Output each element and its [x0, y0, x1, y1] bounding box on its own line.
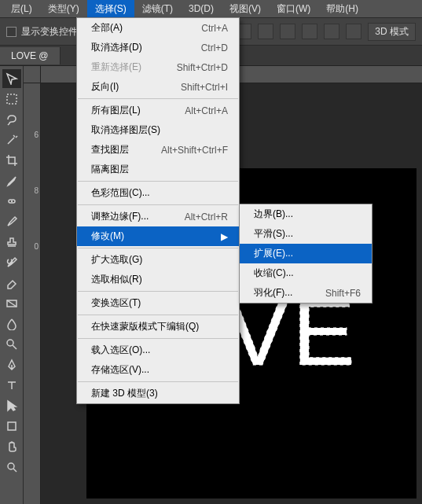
submenu-item-label: 平滑(S)...	[254, 227, 361, 241]
show-transform-controls-checkbox[interactable]: 显示变换控件	[6, 25, 78, 39]
history-brush-tool-icon[interactable]	[2, 253, 21, 272]
menu-item-label: 变换选区(T)	[91, 296, 228, 310]
dodge-tool-icon[interactable]	[2, 335, 21, 354]
menu-select[interactable]: 选择(S)	[87, 0, 134, 18]
align-icon-6[interactable]	[324, 24, 339, 39]
menu-separator	[78, 291, 238, 292]
submenu-item[interactable]: 收缩(C)...	[240, 263, 372, 283]
menu-item-label: 查找图层	[91, 143, 145, 156]
submenu-item-label: 边界(B)...	[254, 208, 361, 221]
submenu-item[interactable]: 羽化(F)...Shift+F6	[240, 283, 372, 303]
menu-item[interactable]: 隔离图层	[77, 160, 239, 179]
align-icon-3[interactable]	[258, 24, 273, 39]
menu-item[interactable]: 取消选择图层(S)	[77, 120, 239, 140]
menu-item[interactable]: 新建 3D 模型(3)	[77, 384, 239, 403]
menu-item-label: 扩大选取(G)	[91, 253, 228, 267]
menu-separator	[78, 381, 238, 382]
submenu-item-label: 羽化(F)...	[254, 286, 310, 300]
ruler-tick: 0	[32, 242, 40, 251]
hand-tool-icon[interactable]	[2, 437, 21, 456]
zoom-tool-icon[interactable]	[2, 458, 21, 476]
healing-tool-icon[interactable]	[2, 192, 21, 211]
menu-item[interactable]: 选取相似(R)	[77, 270, 239, 289]
menu-item: 重新选择(E)Shift+Ctrl+D	[77, 57, 239, 77]
eraser-tool-icon[interactable]	[2, 274, 21, 292]
menu-layer[interactable]: 层(L)	[3, 0, 40, 18]
submenu-item[interactable]: 边界(B)...	[240, 204, 372, 224]
menu-item-label: 隔离图层	[91, 163, 228, 176]
checkbox-label: 显示变换控件	[21, 25, 78, 39]
menu-item[interactable]: 扩大选取(G)	[77, 250, 239, 270]
submenu-arrow-icon: ▶	[221, 231, 228, 242]
lasso-tool-icon[interactable]	[2, 110, 21, 129]
menu-item[interactable]: 所有图层(L)Alt+Ctrl+A	[77, 101, 239, 120]
menu-item[interactable]: 色彩范围(C)...	[77, 183, 239, 203]
stamp-tool-icon[interactable]	[2, 233, 21, 252]
mode-3d-button[interactable]: 3D 模式	[368, 23, 416, 41]
select-menu: 全部(A)Ctrl+A取消选择(D)Ctrl+D重新选择(E)Shift+Ctr…	[76, 17, 240, 404]
menubar: 层(L) 类型(Y) 选择(S) 滤镜(T) 3D(D) 视图(V) 窗口(W)…	[0, 0, 422, 17]
menu-separator	[78, 98, 238, 99]
menu-separator	[78, 181, 238, 182]
modify-submenu: 边界(B)...平滑(S)...扩展(E)...收缩(C)...羽化(F)...…	[239, 204, 372, 304]
menu-help[interactable]: 帮助(H)	[318, 0, 366, 18]
align-icon-5[interactable]	[302, 24, 317, 39]
eyedropper-tool-icon[interactable]	[2, 171, 21, 190]
menu-item[interactable]: 存储选区(V)...	[77, 360, 239, 380]
shape-tool-icon[interactable]	[2, 417, 21, 436]
menu-type[interactable]: 类型(Y)	[40, 0, 87, 18]
menu-item-label: 存储选区(V)...	[91, 363, 228, 377]
marquee-tool-icon[interactable]	[2, 90, 21, 109]
options-tail: 3D 模式	[214, 23, 416, 41]
menu-item[interactable]: 修改(M)▶	[77, 226, 239, 246]
menu-item[interactable]: 载入选区(O)...	[77, 340, 239, 360]
menu-item-label: 重新选择(E)	[91, 61, 161, 74]
checkbox-icon	[6, 27, 17, 37]
svg-point-5	[8, 463, 14, 469]
menu-window[interactable]: 窗口(W)	[269, 0, 318, 18]
menu-item-shortcut: Alt+Shift+Ctrl+F	[161, 145, 228, 156]
brush-tool-icon[interactable]	[2, 212, 21, 231]
type-tool-icon[interactable]	[2, 376, 21, 395]
menu-item-shortcut: Shift+Ctrl+D	[177, 62, 228, 73]
menu-item[interactable]: 在快速蒙版模式下编辑(Q)	[77, 317, 239, 337]
menu-item-label: 全部(A)	[91, 21, 185, 35]
menu-item[interactable]: 变换选区(T)	[77, 293, 239, 313]
submenu-item[interactable]: 平滑(S)...	[240, 224, 372, 244]
pen-tool-icon[interactable]	[2, 355, 21, 374]
crop-tool-icon[interactable]	[2, 151, 21, 170]
ruler-tick: 8	[32, 186, 40, 195]
ruler-tick: 6	[32, 131, 40, 139]
menu-item-label: 所有图层(L)	[91, 104, 169, 117]
menu-item[interactable]: 取消选择(D)Ctrl+D	[77, 38, 239, 57]
toolbox	[0, 66, 24, 504]
submenu-item-shortcut: Shift+F6	[325, 288, 361, 299]
document-tab[interactable]: LOVE @	[0, 47, 61, 64]
svg-point-3	[7, 340, 13, 346]
menu-item-label: 反向(I)	[91, 80, 165, 94]
menu-item[interactable]: 全部(A)Ctrl+A	[77, 18, 239, 38]
path-select-tool-icon[interactable]	[2, 396, 21, 415]
blur-tool-icon[interactable]	[2, 315, 21, 333]
menu-item[interactable]: 调整边缘(F)...Alt+Ctrl+R	[77, 207, 239, 226]
menu-item-shortcut: Alt+Ctrl+A	[185, 105, 228, 116]
align-icon-7[interactable]	[346, 24, 361, 39]
svg-rect-4	[8, 422, 16, 430]
menu-item-label: 新建 3D 模型(3)	[91, 387, 228, 400]
menu-item-label: 修改(M)	[91, 230, 213, 243]
menu-separator	[78, 204, 238, 205]
menu-item[interactable]: 反向(I)Shift+Ctrl+I	[77, 77, 239, 97]
menu-item-shortcut: Ctrl+D	[201, 42, 228, 53]
svg-rect-0	[7, 94, 17, 104]
menu-separator	[78, 248, 238, 248]
menu-view[interactable]: 视图(V)	[222, 0, 269, 18]
menu-item[interactable]: 查找图层Alt+Shift+Ctrl+F	[77, 140, 239, 160]
gradient-tool-icon[interactable]	[2, 294, 21, 313]
submenu-item[interactable]: 扩展(E)...	[240, 244, 372, 263]
menu-3d[interactable]: 3D(D)	[181, 1, 222, 17]
menu-item-label: 色彩范围(C)...	[91, 186, 228, 200]
align-icon-4[interactable]	[280, 24, 295, 39]
menu-filter[interactable]: 滤镜(T)	[134, 0, 181, 18]
wand-tool-icon[interactable]	[2, 131, 21, 149]
move-tool-icon[interactable]	[2, 69, 21, 88]
